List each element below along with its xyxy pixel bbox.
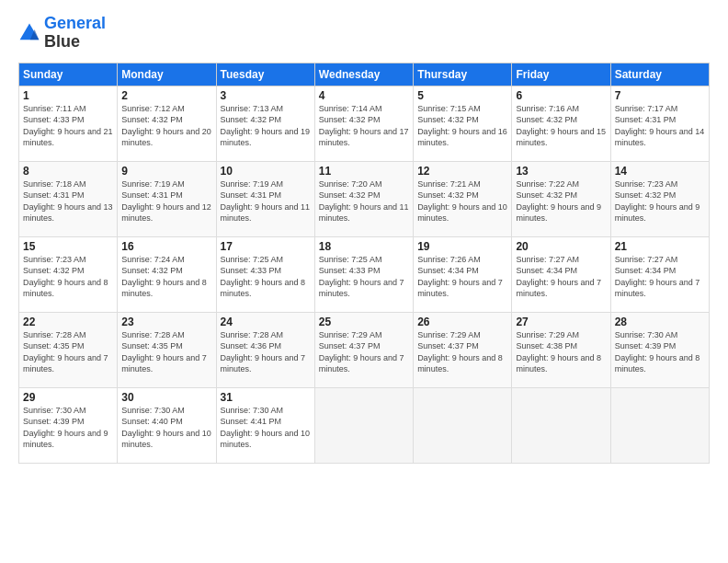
calendar-day-28: 28 Sunrise: 7:30 AMSunset: 4:39 PMDaylig… [610, 312, 709, 387]
day-number: 4 [319, 89, 409, 102]
calendar-day-empty [512, 387, 610, 463]
calendar-day-8: 8 Sunrise: 7:18 AMSunset: 4:31 PMDayligh… [19, 161, 118, 236]
calendar-day-10: 10 Sunrise: 7:19 AMSunset: 4:31 PMDaylig… [216, 161, 314, 236]
day-number: 11 [319, 165, 409, 178]
calendar-day-30: 30 Sunrise: 7:30 AMSunset: 4:40 PMDaylig… [118, 387, 216, 463]
day-number: 20 [516, 240, 606, 253]
day-info: Sunrise: 7:15 AMSunset: 4:32 PMDaylight:… [417, 104, 507, 148]
day-info: Sunrise: 7:13 AMSunset: 4:32 PMDaylight:… [221, 104, 311, 148]
day-info: Sunrise: 7:29 AMSunset: 4:38 PMDaylight:… [516, 330, 601, 374]
day-info: Sunrise: 7:24 AMSunset: 4:32 PMDaylight:… [121, 255, 207, 299]
day-info: Sunrise: 7:20 AMSunset: 4:32 PMDaylight:… [319, 179, 409, 224]
calendar-day-empty [610, 387, 709, 463]
day-info: Sunrise: 7:25 AMSunset: 4:33 PMDaylight:… [319, 255, 404, 299]
day-number: 12 [417, 165, 507, 178]
calendar-week-3: 15 Sunrise: 7:23 AMSunset: 4:32 PMDaylig… [19, 236, 710, 312]
calendar-day-4: 4 Sunrise: 7:14 AMSunset: 4:32 PMDayligh… [314, 86, 413, 161]
day-number: 22 [23, 316, 113, 328]
calendar-day-22: 22 Sunrise: 7:28 AMSunset: 4:35 PMDaylig… [19, 312, 118, 387]
calendar-day-23: 23 Sunrise: 7:28 AMSunset: 4:35 PMDaylig… [118, 312, 216, 387]
calendar-day-20: 20 Sunrise: 7:27 AMSunset: 4:34 PMDaylig… [512, 236, 610, 312]
day-header-tuesday: Tuesday [216, 63, 314, 86]
day-info: Sunrise: 7:30 AMSunset: 4:40 PMDaylight:… [121, 406, 211, 450]
calendar-header-row: SundayMondayTuesdayWednesdayThursdayFrid… [19, 63, 710, 86]
day-number: 30 [121, 391, 211, 404]
day-header-saturday: Saturday [610, 63, 709, 86]
calendar-day-19: 19 Sunrise: 7:26 AMSunset: 4:34 PMDaylig… [414, 236, 512, 312]
day-info: Sunrise: 7:19 AMSunset: 4:31 PMDaylight:… [221, 179, 311, 224]
day-number: 13 [516, 165, 606, 178]
day-number: 27 [516, 316, 606, 328]
calendar-day-14: 14 Sunrise: 7:23 AMSunset: 4:32 PMDaylig… [610, 161, 709, 236]
calendar-day-31: 31 Sunrise: 7:30 AMSunset: 4:41 PMDaylig… [216, 387, 314, 463]
day-info: Sunrise: 7:27 AMSunset: 4:34 PMDaylight:… [516, 255, 601, 299]
day-number: 15 [23, 240, 113, 253]
calendar-week-1: 1 Sunrise: 7:11 AMSunset: 4:33 PMDayligh… [19, 86, 710, 161]
calendar-body: 1 Sunrise: 7:11 AMSunset: 4:33 PMDayligh… [19, 86, 710, 463]
day-info: Sunrise: 7:11 AMSunset: 4:33 PMDaylight:… [23, 104, 113, 148]
day-info: Sunrise: 7:21 AMSunset: 4:32 PMDaylight:… [417, 179, 507, 224]
day-info: Sunrise: 7:18 AMSunset: 4:31 PMDaylight:… [23, 179, 113, 224]
calendar-day-11: 11 Sunrise: 7:20 AMSunset: 4:32 PMDaylig… [314, 161, 413, 236]
calendar-day-7: 7 Sunrise: 7:17 AMSunset: 4:31 PMDayligh… [610, 86, 709, 161]
page-container: General Blue SundayMondayTuesdayWednesda… [0, 0, 728, 473]
day-number: 19 [417, 240, 507, 253]
calendar-day-16: 16 Sunrise: 7:24 AMSunset: 4:32 PMDaylig… [118, 236, 216, 312]
day-info: Sunrise: 7:19 AMSunset: 4:31 PMDaylight:… [121, 179, 211, 224]
calendar-day-27: 27 Sunrise: 7:29 AMSunset: 4:38 PMDaylig… [512, 312, 610, 387]
day-info: Sunrise: 7:28 AMSunset: 4:36 PMDaylight:… [221, 330, 306, 374]
calendar-day-3: 3 Sunrise: 7:13 AMSunset: 4:32 PMDayligh… [216, 86, 314, 161]
day-header-monday: Monday [118, 63, 216, 86]
calendar-day-2: 2 Sunrise: 7:12 AMSunset: 4:32 PMDayligh… [118, 86, 216, 161]
day-number: 7 [615, 89, 705, 102]
calendar-day-1: 1 Sunrise: 7:11 AMSunset: 4:33 PMDayligh… [19, 86, 118, 161]
day-info: Sunrise: 7:30 AMSunset: 4:41 PMDaylight:… [221, 406, 311, 450]
day-info: Sunrise: 7:28 AMSunset: 4:35 PMDaylight:… [121, 330, 207, 374]
day-info: Sunrise: 7:23 AMSunset: 4:32 PMDaylight:… [615, 179, 700, 224]
calendar-week-5: 29 Sunrise: 7:30 AMSunset: 4:39 PMDaylig… [19, 387, 710, 463]
calendar-table: SundayMondayTuesdayWednesdayThursdayFrid… [18, 63, 710, 464]
day-number: 23 [121, 316, 211, 328]
day-info: Sunrise: 7:27 AMSunset: 4:34 PMDaylight:… [615, 255, 700, 299]
calendar-day-15: 15 Sunrise: 7:23 AMSunset: 4:32 PMDaylig… [19, 236, 118, 312]
calendar-week-4: 22 Sunrise: 7:28 AMSunset: 4:35 PMDaylig… [19, 312, 710, 387]
logo-text: General Blue [44, 15, 106, 52]
calendar-day-5: 5 Sunrise: 7:15 AMSunset: 4:32 PMDayligh… [414, 86, 512, 161]
calendar-day-17: 17 Sunrise: 7:25 AMSunset: 4:33 PMDaylig… [216, 236, 314, 312]
day-header-wednesday: Wednesday [314, 63, 413, 86]
day-info: Sunrise: 7:30 AMSunset: 4:39 PMDaylight:… [615, 330, 700, 374]
day-number: 26 [417, 316, 507, 328]
day-number: 2 [121, 89, 211, 102]
day-number: 31 [221, 391, 311, 404]
logo-icon [18, 22, 40, 44]
day-info: Sunrise: 7:17 AMSunset: 4:31 PMDaylight:… [615, 104, 705, 148]
day-number: 6 [516, 89, 606, 102]
calendar-day-29: 29 Sunrise: 7:30 AMSunset: 4:39 PMDaylig… [19, 387, 118, 463]
day-info: Sunrise: 7:16 AMSunset: 4:32 PMDaylight:… [516, 104, 606, 148]
calendar-day-12: 12 Sunrise: 7:21 AMSunset: 4:32 PMDaylig… [414, 161, 512, 236]
calendar-day-13: 13 Sunrise: 7:22 AMSunset: 4:32 PMDaylig… [512, 161, 610, 236]
day-number: 25 [319, 316, 409, 328]
day-info: Sunrise: 7:12 AMSunset: 4:32 PMDaylight:… [121, 104, 211, 148]
day-info: Sunrise: 7:30 AMSunset: 4:39 PMDaylight:… [23, 406, 108, 450]
day-number: 29 [23, 391, 113, 404]
day-info: Sunrise: 7:22 AMSunset: 4:32 PMDaylight:… [516, 179, 601, 224]
day-info: Sunrise: 7:29 AMSunset: 4:37 PMDaylight:… [417, 330, 503, 374]
logo: General Blue [18, 15, 106, 52]
day-number: 9 [121, 165, 211, 178]
day-info: Sunrise: 7:26 AMSunset: 4:34 PMDaylight:… [417, 255, 503, 299]
day-number: 16 [121, 240, 211, 253]
day-number: 21 [615, 240, 705, 253]
day-number: 10 [221, 165, 311, 178]
day-number: 5 [417, 89, 507, 102]
day-header-thursday: Thursday [414, 63, 512, 86]
calendar-day-empty [414, 387, 512, 463]
day-number: 18 [319, 240, 409, 253]
calendar-day-9: 9 Sunrise: 7:19 AMSunset: 4:31 PMDayligh… [118, 161, 216, 236]
day-header-sunday: Sunday [19, 63, 118, 86]
calendar-day-21: 21 Sunrise: 7:27 AMSunset: 4:34 PMDaylig… [610, 236, 709, 312]
day-info: Sunrise: 7:25 AMSunset: 4:33 PMDaylight:… [221, 255, 306, 299]
calendar-day-25: 25 Sunrise: 7:29 AMSunset: 4:37 PMDaylig… [314, 312, 413, 387]
day-info: Sunrise: 7:14 AMSunset: 4:32 PMDaylight:… [319, 104, 409, 148]
calendar-week-2: 8 Sunrise: 7:18 AMSunset: 4:31 PMDayligh… [19, 161, 710, 236]
